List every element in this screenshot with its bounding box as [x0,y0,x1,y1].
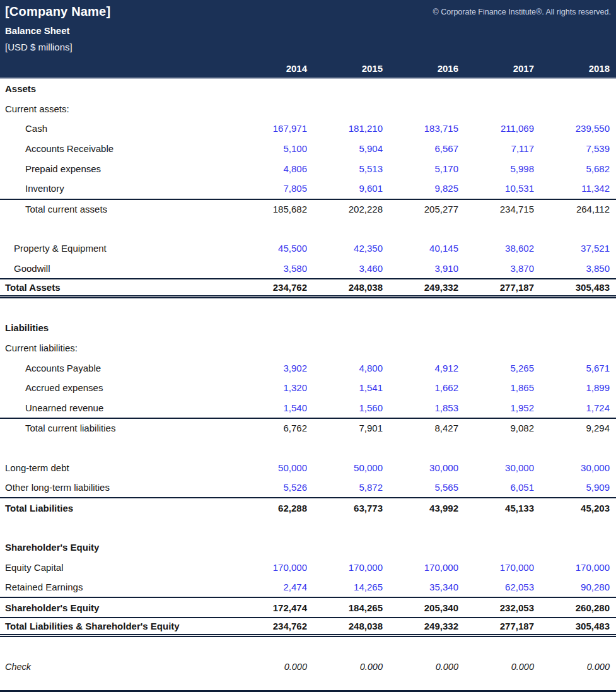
cell-2016[interactable]: 5,170 [389,163,465,174]
cell-2018[interactable]: 30,000 [540,462,616,473]
cell-2014: 185,682 [240,204,313,214]
cell-2016[interactable]: 5,565 [389,482,465,493]
row-label: Prepaid expenses [0,163,240,174]
cell-2015[interactable]: 5,872 [313,482,389,493]
corner-cell [0,65,240,69]
cell-2014[interactable]: 1,320 [240,382,313,393]
row-label: Total current assets [0,204,240,214]
cell-2017[interactable]: 1,952 [465,402,540,413]
cell-2016[interactable]: 35,340 [389,582,465,592]
cell-2018[interactable]: 170,000 [540,562,616,573]
cell-2017[interactable]: 38,602 [465,243,540,254]
table-row: Inventory7,8059,6019,82510,53111,342 [0,179,616,199]
cell-2018[interactable]: 11,342 [540,183,616,194]
cell-2018[interactable]: 5,909 [540,482,616,493]
cell-2014: 234,762 [240,621,313,631]
table-row: Current assets: [0,99,616,119]
cell-2018: 45,203 [540,503,616,513]
cell-2016[interactable]: 9,825 [389,183,465,194]
cell-2017[interactable]: 211,069 [465,123,540,134]
cell-2016[interactable]: 40,145 [389,243,465,254]
cell-2018: 264,112 [540,204,616,214]
cell-2018[interactable]: 239,550 [540,123,616,134]
table-row [0,298,616,319]
cell-2016[interactable]: 4,912 [389,363,465,373]
table-row [0,438,616,458]
table-row: Assets [0,79,616,99]
cell-2014[interactable]: 167,971 [240,123,313,134]
cell-2014: 234,762 [240,282,313,293]
cell-2018[interactable]: 5,682 [540,163,616,174]
cell-2018[interactable]: 37,521 [540,243,616,254]
cell-2017: 232,053 [465,602,540,613]
cell-2016: 205,340 [389,602,465,613]
table-row: Property & Equipment45,50042,35040,14538… [0,238,616,259]
cell-2018[interactable]: 5,671 [540,363,616,373]
cell-2017[interactable]: 5,998 [465,163,540,174]
cell-2017: 234,715 [465,204,540,214]
cell-2015[interactable]: 9,601 [313,183,389,194]
cell-2015[interactable]: 170,000 [313,562,389,573]
cell-2016[interactable]: 1,662 [389,382,465,393]
cell-2018[interactable]: 90,280 [540,582,616,592]
cell-2018[interactable]: 3,850 [540,263,616,274]
cell-2014[interactable]: 45,500 [240,243,313,254]
cell-2015[interactable]: 42,350 [313,243,389,254]
row-label: Inventory [0,183,240,194]
cell-2018[interactable]: 1,899 [540,382,616,393]
cell-2015[interactable]: 14,265 [313,582,389,592]
cell-2014[interactable]: 50,000 [240,462,313,473]
cell-2017[interactable]: 3,870 [465,263,540,274]
cell-2015[interactable]: 50,000 [313,462,389,473]
cell-2015[interactable]: 181,210 [313,123,389,134]
cell-2017[interactable]: 1,865 [465,382,540,393]
table-row: Current liabilities: [0,338,616,358]
cell-2014[interactable]: 4,806 [240,163,313,174]
cell-2017[interactable]: 7,117 [465,143,540,154]
cell-2016: 249,332 [389,621,465,631]
table-row: Total current assets185,682202,228205,27… [0,199,616,219]
cell-2017[interactable]: 30,000 [465,462,540,473]
row-label: Cash [0,123,240,134]
cell-2018[interactable]: 7,539 [540,143,616,154]
cell-2016[interactable]: 1,853 [389,402,465,413]
cell-2014[interactable]: 1,540 [240,402,313,413]
row-label: Total Liabilities [0,503,240,513]
cell-2018[interactable]: 1,724 [540,402,616,413]
table-row: Cash167,971181,210183,715211,069239,550 [0,119,616,139]
cell-2016[interactable]: 6,567 [389,143,465,154]
table-row: Accrued expenses1,3201,5411,6621,8651,89… [0,378,616,398]
cell-2014[interactable]: 2,474 [240,582,313,592]
cell-2014[interactable]: 5,100 [240,143,313,154]
cell-2014[interactable]: 170,000 [240,562,313,573]
cell-2017: 277,187 [465,282,540,293]
cell-2016[interactable]: 30,000 [389,462,465,473]
cell-2015[interactable]: 5,513 [313,163,389,174]
cell-2015[interactable]: 5,904 [313,143,389,154]
row-label: Check [0,662,240,672]
cell-2015[interactable]: 1,541 [313,382,389,393]
cell-2017[interactable]: 6,051 [465,482,540,493]
cell-2016: 205,277 [389,204,465,214]
cell-2015[interactable]: 4,800 [313,363,389,373]
cell-2016[interactable]: 183,715 [389,123,465,134]
cell-2016: 249,332 [389,282,465,293]
row-label: Shareholder's Equity [0,542,240,553]
cell-2014[interactable]: 3,580 [240,263,313,274]
table-row: Accounts Payable3,9024,8004,9125,2655,67… [0,358,616,378]
cell-2015[interactable]: 3,460 [313,263,389,274]
cell-2014[interactable]: 3,902 [240,363,313,373]
cell-2017[interactable]: 5,265 [465,363,540,373]
cell-2017[interactable]: 170,000 [465,562,540,573]
units-label: [USD $ millions] [0,38,616,56]
cell-2017[interactable]: 10,531 [465,183,540,194]
cell-2016[interactable]: 170,000 [389,562,465,573]
cell-2017[interactable]: 62,053 [465,582,540,592]
table-row: Shareholder's Equity [0,537,616,558]
cell-2016[interactable]: 3,910 [389,263,465,274]
cell-2014[interactable]: 5,526 [240,482,313,493]
year-column-header: 2014 [240,59,313,74]
cell-2015[interactable]: 1,560 [313,402,389,413]
row-label: Goodwill [0,263,240,274]
cell-2014[interactable]: 7,805 [240,183,313,194]
